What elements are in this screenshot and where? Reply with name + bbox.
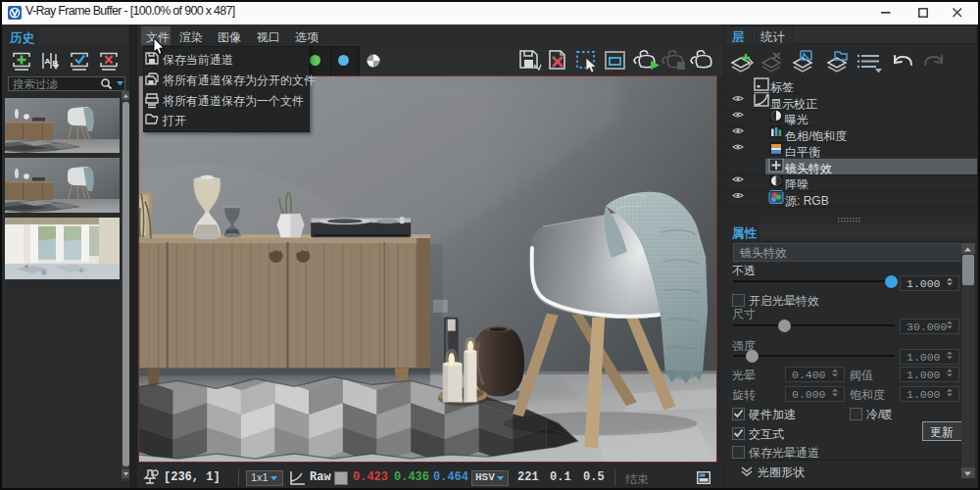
svg-text:A: A bbox=[45, 57, 51, 66]
svg-text:B: B bbox=[53, 59, 59, 68]
